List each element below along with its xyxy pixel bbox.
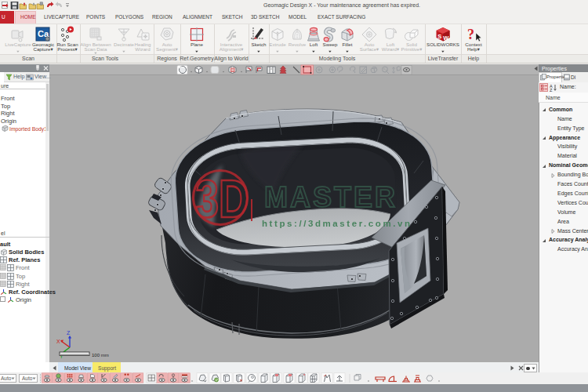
- svg-text:3D: 3D: [196, 169, 249, 229]
- svg-text:https://3dmaster.com.vn: https://3dmaster.com.vn: [262, 219, 412, 228]
- svg-text:100 mm: 100 mm: [92, 353, 109, 358]
- svg-text:MASTER: MASTER: [264, 181, 401, 213]
- svg-text:Z: Z: [550, 88, 553, 92]
- svg-text:Z: Z: [67, 330, 71, 336]
- svg-text:?: ?: [467, 27, 474, 42]
- svg-text:W: W: [443, 34, 449, 42]
- svg-text:X: X: [56, 339, 60, 344]
- svg-text:S: S: [437, 33, 441, 40]
